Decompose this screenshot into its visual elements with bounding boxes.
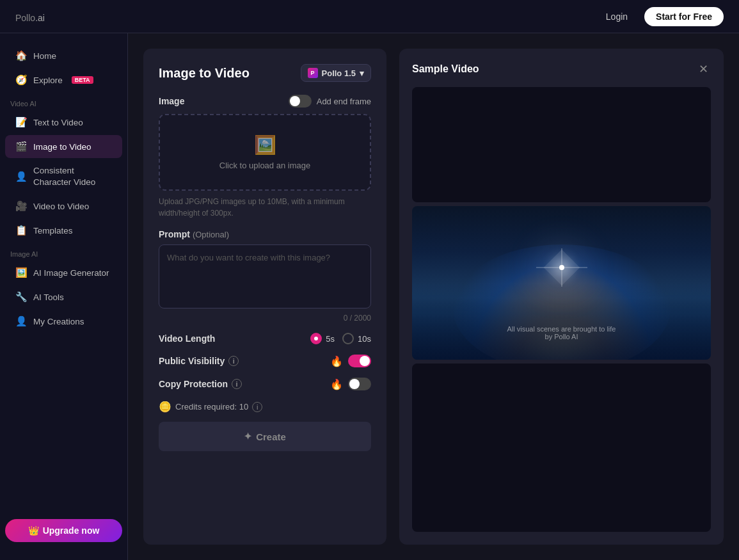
topnav: Pollo.ai Login Start for Free	[0, 0, 739, 33]
image-to-video-icon: 🎬	[15, 141, 27, 152]
copy-protection-right: 🔥	[330, 378, 371, 390]
flame-icon-copy: 🔥	[330, 378, 343, 390]
add-end-frame-row: Add end frame	[289, 95, 371, 108]
video-to-video-icon: 🎥	[15, 200, 27, 212]
logo: Pollo.ai	[15, 8, 45, 25]
explore-icon: 🧭	[15, 74, 27, 86]
sidebar-item-video-to-video[interactable]: 🎥 Video to Video	[5, 195, 122, 218]
watermark: All visual scenes are brought to lifeby …	[507, 325, 616, 340]
sample-panel: Sample Video ✕ All visual scenes are bro…	[399, 49, 724, 545]
radio-5s	[310, 333, 322, 344]
sidebar-item-explore[interactable]: 🧭 Explore BETA	[5, 68, 122, 92]
copy-protection-label: Copy Protection	[159, 379, 228, 389]
logo-main: Pollo	[15, 13, 35, 23]
add-end-frame-label: Add end frame	[317, 97, 371, 106]
sidebar-item-consistent-character[interactable]: 👤 ConsistentCharacter Video	[5, 159, 122, 193]
page-title: Image to Video	[159, 66, 250, 81]
sidebar-item-video-to-video-label: Video to Video	[33, 202, 89, 211]
ai-tools-icon: 🔧	[15, 291, 27, 303]
credits-row: 🪙 Credits required: 10 i	[159, 401, 371, 413]
visibility-info-icon[interactable]: i	[228, 356, 239, 366]
form-panel: Image to Video P Pollo 1.5 ▾ Image Add e…	[143, 49, 386, 545]
sidebar-item-my-creations-label: My Creations	[33, 317, 84, 326]
sidebar-item-explore-label: Explore	[33, 76, 63, 85]
char-count: 0 / 2000	[159, 314, 371, 323]
upgrade-label: Upgrade now	[43, 525, 100, 536]
model-name: Pollo 1.5	[322, 68, 356, 78]
home-icon: 🏠	[15, 50, 27, 61]
add-end-frame-toggle[interactable]	[289, 95, 312, 108]
text-to-video-icon: 📝	[15, 116, 27, 128]
sample-header: Sample Video ✕	[412, 61, 711, 77]
earth-surface	[412, 283, 711, 360]
model-selector[interactable]: P Pollo 1.5 ▾	[301, 64, 371, 82]
beta-badge: BETA	[72, 76, 93, 84]
sample-title: Sample Video	[412, 63, 479, 75]
upgrade-button[interactable]: 👑 Upgrade now	[5, 519, 122, 542]
sidebar-item-consistent-label: ConsistentCharacter Video	[33, 165, 95, 188]
templates-icon: 📋	[15, 225, 27, 236]
visibility-right: 🔥	[330, 355, 371, 367]
sidebar-item-templates-label: Templates	[33, 226, 73, 236]
credits-info-icon[interactable]: i	[252, 402, 262, 412]
sidebar-item-templates[interactable]: 📋 Templates	[5, 219, 122, 242]
prompt-label-text: Prompt	[159, 229, 190, 239]
sidebar-item-text-to-video[interactable]: 📝 Text to Video	[5, 111, 122, 134]
credits-label: Credits required: 10	[175, 402, 248, 412]
image-label-row: Image Add end frame	[159, 95, 371, 108]
video-length-row: Video Length 5s 10s	[159, 333, 371, 344]
content-area: Image to Video P Pollo 1.5 ▾ Image Add e…	[128, 33, 739, 560]
my-creations-icon: 👤	[15, 316, 27, 327]
copy-protection-toggle[interactable]	[348, 378, 371, 390]
copy-protection-info-icon[interactable]: i	[232, 379, 242, 389]
visibility-left: Public Visibility i	[159, 356, 239, 366]
sidebar-item-image-to-video[interactable]: 🎬 Image to Video	[5, 135, 122, 158]
form-title-row: Image to Video P Pollo 1.5 ▾	[159, 64, 371, 82]
video-length-label: Video Length	[159, 333, 215, 344]
prompt-label: Prompt (Optional)	[159, 229, 371, 239]
prompt-textarea[interactable]	[159, 244, 371, 308]
public-visibility-row: Public Visibility i 🔥	[159, 355, 371, 367]
sidebar-item-ai-tools[interactable]: 🔧 AI Tools	[5, 285, 122, 308]
radio-10s	[342, 333, 354, 344]
nav-actions: Login Start for Free	[597, 7, 724, 26]
option-5s[interactable]: 5s	[310, 333, 335, 344]
sidebar-item-ai-image-gen[interactable]: 🖼️ AI Image Generator	[5, 261, 122, 284]
main-layout: 🏠 Home 🧭 Explore BETA Video AI 📝 Text to…	[0, 33, 739, 560]
video-stack: All visual scenes are brought to lifeby …	[412, 87, 711, 532]
chevron-down-icon: ▾	[360, 68, 364, 78]
sidebar-item-image-to-video-label: Image to Video	[33, 142, 91, 152]
create-button[interactable]: ✦ Create	[159, 422, 371, 451]
ai-image-gen-icon: 🖼️	[15, 267, 27, 278]
close-sample-button[interactable]: ✕	[695, 61, 711, 77]
video-frame-bottom	[412, 364, 711, 532]
sidebar-item-ai-tools-label: AI Tools	[33, 292, 64, 302]
video-length-options: 5s 10s	[310, 333, 371, 344]
sidebar-item-home[interactable]: 🏠 Home	[5, 44, 122, 67]
upload-hint: Upload JPG/PNG images up to 10MB, with a…	[159, 196, 371, 219]
public-visibility-label: Public Visibility	[159, 356, 225, 366]
sidebar-item-text-to-video-label: Text to Video	[33, 118, 83, 127]
create-icon: ✦	[244, 431, 252, 442]
image-label: Image	[159, 96, 184, 106]
copy-protection-left: Copy Protection i	[159, 379, 242, 389]
start-free-button[interactable]: Start for Free	[644, 7, 724, 26]
login-button[interactable]: Login	[597, 8, 637, 26]
option-5s-label: 5s	[326, 334, 335, 344]
flame-icon-visibility: 🔥	[330, 355, 343, 367]
sidebar: 🏠 Home 🧭 Explore BETA Video AI 📝 Text to…	[0, 33, 128, 560]
public-visibility-toggle[interactable]	[348, 355, 371, 367]
model-icon: P	[308, 68, 318, 78]
sidebar-item-my-creations[interactable]: 👤 My Creations	[5, 310, 122, 333]
optional-tag: (Optional)	[193, 230, 229, 239]
section-video-ai-label: Video AI	[0, 92, 127, 110]
option-10s[interactable]: 10s	[342, 333, 371, 344]
upload-icon: 🖼️	[254, 134, 276, 156]
consistent-char-icon: 👤	[15, 171, 27, 182]
video-frame-top	[412, 87, 711, 202]
upload-text: Click to upload an image	[219, 161, 310, 170]
section-image-ai-label: Image AI	[0, 243, 127, 260]
logo-sub: .ai	[35, 13, 45, 23]
image-upload-zone[interactable]: 🖼️ Click to upload an image	[159, 114, 371, 191]
option-10s-label: 10s	[358, 334, 371, 344]
